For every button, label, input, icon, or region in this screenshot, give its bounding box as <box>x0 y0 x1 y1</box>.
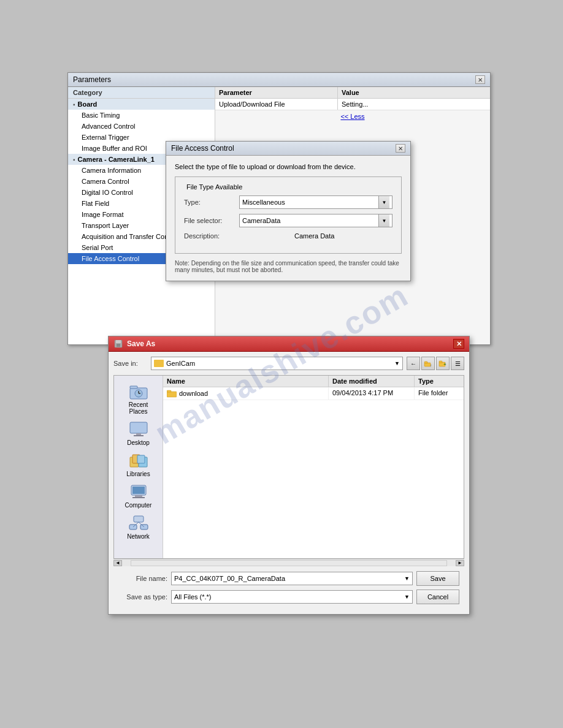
file-cell-type-download: File folder <box>415 387 464 400</box>
nav-views-button[interactable]: ☰ <box>451 357 464 370</box>
save-as-type-label: Save as type: <box>118 593 167 601</box>
fac-type-select[interactable]: Miscellaneous ▼ <box>239 195 393 209</box>
nav-new-folder-button[interactable]: + <box>436 357 450 370</box>
recent-places-icon <box>129 383 148 400</box>
fac-file-selector-value: CameraData <box>242 217 280 224</box>
svg-rect-14 <box>130 422 147 433</box>
cancel-button[interactable]: Cancel <box>416 590 459 604</box>
saveas-sidebar: Recent Places Desktop <box>114 376 163 558</box>
sidebar-recent-places[interactable]: Recent Places <box>117 381 161 417</box>
libraries-icon <box>129 452 148 469</box>
saveas-close-button[interactable]: ✕ <box>453 339 464 349</box>
save-button[interactable]: Save <box>416 571 459 586</box>
saveas-bottom-controls: File name: P4_CC_04K07T_00_R_CameraData … <box>113 566 464 609</box>
file-name-value: P4_CC_04K07T_00_R_CameraData <box>174 575 285 582</box>
param-value-upload-download: Setting... <box>338 99 490 110</box>
sidebar-computer[interactable]: Computer <box>117 481 161 511</box>
fac-type-label: Type: <box>184 199 239 206</box>
sidebar-desktop[interactable]: Desktop <box>117 419 161 449</box>
svg-rect-4 <box>424 362 427 363</box>
recent-places-label: Recent Places <box>120 401 157 415</box>
tree-group-board[interactable]: ▪ Board <box>68 99 215 110</box>
file-cell-name-download: download <box>163 387 329 400</box>
nav-up-button[interactable]: ↑ <box>421 357 435 370</box>
save-in-value: GenICam <box>166 360 195 367</box>
saveas-title: Save As <box>127 339 155 348</box>
fac-note: Note: Depending on the file size and com… <box>175 260 402 273</box>
svg-rect-20 <box>137 455 145 463</box>
params-close-button[interactable]: ✕ <box>475 75 485 84</box>
fac-file-selector-label: File selector: <box>184 217 239 224</box>
scrollbar-track <box>131 560 447 566</box>
save-as-type-value: All Files (*.*) <box>174 593 212 601</box>
fac-file-selector-select[interactable]: CameraData ▼ <box>239 214 393 227</box>
save-in-location-text: GenICam <box>154 360 195 367</box>
sidebar-libraries[interactable]: Libraries <box>117 450 161 480</box>
fac-dialog: File Access Control ✕ Select the type of… <box>166 141 411 281</box>
save-in-arrow-icon: ▼ <box>394 360 400 366</box>
fac-type-arrow-icon: ▼ <box>378 196 389 208</box>
file-row-download[interactable]: download 09/04/2013 4:17 PM File folder <box>163 387 464 400</box>
collapse-icon-camera: ▪ <box>73 156 75 163</box>
fac-group-label: File Type Available <box>184 183 245 191</box>
svg-rect-30 <box>167 392 177 397</box>
svg-rect-24 <box>132 497 145 498</box>
fac-description-label: Description: <box>184 232 239 240</box>
svg-rect-22 <box>132 487 145 494</box>
board-label: Board <box>78 100 98 108</box>
fac-close-button[interactable]: ✕ <box>396 144 405 153</box>
svg-rect-31 <box>167 390 171 392</box>
fac-titlebar: File Access Control ✕ <box>166 142 410 156</box>
svg-rect-25 <box>134 516 144 522</box>
saveas-body: Save in: GenICam ▼ ← ↑ <box>109 352 469 614</box>
saveas-file-list: Name Date modified Type download 09/04/2… <box>163 376 464 558</box>
computer-icon <box>129 483 148 501</box>
fac-body: Select the type of file to upload or dow… <box>166 156 410 281</box>
svg-rect-10 <box>130 386 137 389</box>
svg-rect-16 <box>134 435 144 436</box>
svg-text:+: + <box>443 362 446 367</box>
scroll-left-btn[interactable]: ◄ <box>113 560 122 566</box>
svg-text:↑: ↑ <box>430 363 432 367</box>
save-as-type-row: Save as type: All Files (*.*) ▼ Cancel <box>118 590 459 604</box>
file-col-name-header: Name <box>163 376 329 387</box>
desktop-icon <box>129 421 148 438</box>
network-label: Network <box>127 533 150 540</box>
fac-title: File Access Control <box>171 144 234 153</box>
sidebar-network[interactable]: Network <box>117 512 161 542</box>
file-list-header: Name Date modified Type <box>163 376 464 387</box>
fac-description-row: Description: Camera Data <box>184 232 393 240</box>
saveas-toolbar: Save in: GenICam ▼ ← ↑ <box>113 357 464 370</box>
camera-label: Camera - CameraLink_1 <box>78 156 155 163</box>
params-row-upload-download[interactable]: Upload/Download File Setting... <box>215 99 490 110</box>
saveas-dialog: Save As ✕ Save in: GenICam ▼ ← ↑ <box>108 336 470 615</box>
file-name-label: File name: <box>118 575 167 582</box>
file-cell-date-download: 09/04/2013 4:17 PM <box>329 387 415 400</box>
file-col-date-header: Date modified <box>329 376 415 387</box>
value-col-header: Value <box>338 87 490 98</box>
sidebar-item-advanced-control[interactable]: Advanced Control <box>68 121 215 132</box>
save-as-icon <box>113 339 123 349</box>
fac-type-row: Type: Miscellaneous ▼ <box>184 195 393 209</box>
libraries-label: Libraries <box>126 471 150 477</box>
fac-description: Select the type of file to upload or dow… <box>175 163 402 170</box>
svg-rect-1 <box>116 340 121 343</box>
folder-icon-download <box>167 389 177 398</box>
less-link[interactable]: << Less <box>215 110 490 123</box>
nav-back-button[interactable]: ← <box>407 357 420 370</box>
scroll-right-btn[interactable]: ► <box>456 560 464 566</box>
sidebar-item-basic-timing[interactable]: Basic Timing <box>68 110 215 121</box>
save-as-type-dropdown-icon: ▼ <box>404 594 410 600</box>
collapse-icon-board: ▪ <box>73 101 75 108</box>
nav-up-icon: ↑ <box>424 360 432 367</box>
svg-rect-7 <box>439 361 442 363</box>
save-in-selector[interactable]: GenICam ▼ <box>151 357 403 370</box>
saveas-nav-buttons: ← ↑ + ☰ <box>407 357 464 370</box>
category-header: Category <box>68 87 215 99</box>
fac-type-value: Miscellaneous <box>242 199 285 206</box>
save-as-type-input[interactable]: All Files (*.*) ▼ <box>171 590 413 604</box>
desktop-label: Desktop <box>127 439 150 446</box>
file-name-dropdown-icon: ▼ <box>404 575 410 582</box>
file-name-input[interactable]: P4_CC_04K07T_00_R_CameraData ▼ <box>171 572 413 585</box>
horizontal-scrollbar[interactable]: ◄ ► <box>113 559 464 566</box>
